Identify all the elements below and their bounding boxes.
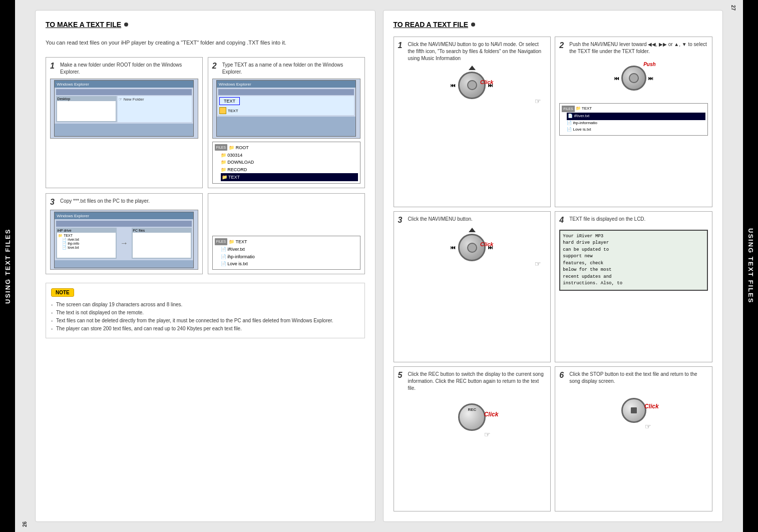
step-3-screenshot-inner: Windows Explorer iHP drive 📁 TEXT 📄 rive…	[54, 212, 194, 268]
step-3-screenshot: Windows Explorer iHP drive 📁 TEXT 📄 rive…	[50, 210, 198, 270]
lcd-line-1: Your iRiver MP3	[563, 233, 704, 240]
step2-folder-tree: FILES 📁 TEXT 📄 iRiver.txt 📄 ihp-informat…	[559, 103, 708, 136]
lcd-line-6: below for the most	[563, 267, 704, 274]
read-step-4-header: 4 TEXT file is displayed on the LCD.	[559, 216, 708, 225]
read-step-1-header: 1 Click the NAVI/MENU button to go to NA…	[398, 41, 547, 62]
read-step-6-header: 6 Click the STOP button to exit the text…	[559, 371, 708, 385]
note-header: NOTE	[51, 288, 74, 297]
page-number-right: 27	[728, 0, 743, 532]
step-2-header: 2 Type TEXT as a name of a new folder on…	[212, 62, 360, 76]
note-item-3: Text files can not be deleted directly f…	[51, 317, 359, 325]
step-3-box: 3 Copy ***.txt files on the PC to the pl…	[46, 193, 203, 274]
note-list: The screen can display 19 characters acr…	[51, 301, 359, 333]
right-title: TO READ A TEXT FILE	[394, 21, 713, 29]
step-3-header: 3 Copy ***.txt files on the PC to the pl…	[50, 198, 198, 207]
note-box: NOTE The screen can display 19 character…	[46, 283, 365, 338]
read-step-2-text: Push the NAVI/MENU lever toward ◀◀, ▶▶ o…	[569, 41, 708, 55]
read-step-5-num: 5	[398, 371, 405, 380]
step-1-screenshot: Windows Explorer Desktop ☞ New Folder	[50, 79, 198, 139]
lcd-line-5: features, check	[563, 260, 704, 267]
lcd-line-2: hard drive player	[563, 240, 704, 247]
sidebar-right: USING TEXT FILES	[743, 0, 758, 532]
left-panel: TO MAKE A TEXT FILE You can read text fi…	[35, 10, 375, 522]
lcd-line-4: support new	[563, 253, 704, 260]
read-step-3-text: Click the NAVI/MENU button.	[408, 216, 473, 223]
files-badge: FILES	[215, 144, 227, 151]
step1-player: ⏮ Click ⏭ ☞	[398, 65, 547, 105]
step3-player: ⏮ Click ⏭ ☞	[398, 228, 547, 268]
step-3-result-box: FILES 📁 TEXT 📄 iRiver.txt 📄 ihp-informat…	[208, 193, 365, 274]
main-content: TO MAKE A TEXT FILE You can read text fi…	[30, 0, 728, 532]
lcd-display: Your iRiver MP3 hard drive player can be…	[559, 230, 708, 291]
read-step-2-num: 2	[559, 41, 566, 50]
sidebar-left: USING TEXT FILES	[0, 0, 15, 532]
title-dot	[124, 23, 128, 27]
right-panel: TO READ A TEXT FILE 1 Click the NAVI/MEN…	[383, 10, 723, 522]
read-step-4: 4 TEXT file is displayed on the LCD. You…	[555, 211, 712, 362]
step-2-text: Type TEXT as a name of a new folder on t…	[222, 62, 360, 76]
sidebar-left-text: USING TEXT FILES	[4, 228, 12, 303]
step-1-num: 1	[50, 62, 57, 71]
folder-tree-result: FILES 📁 TEXT 📄 iRiver.txt 📄 ihp-informat…	[212, 236, 360, 270]
step-2-screenshot: Windows Explorer TEXT TEXT	[212, 79, 360, 139]
read-step-3-num: 3	[398, 216, 405, 225]
step-2-box: 2 Type TEXT as a name of a new folder on…	[208, 57, 365, 189]
read-step-6-num: 6	[559, 371, 566, 380]
read-step-5-header: 5 Click the REC button to switch the dis…	[398, 371, 547, 392]
step-1-screenshot-inner: Windows Explorer Desktop ☞ New Folder	[54, 80, 194, 136]
read-step-2: 2 Push the NAVI/MENU lever toward ◀◀, ▶▶…	[555, 37, 712, 207]
page-number-left: 26	[15, 0, 30, 532]
sidebar-right-text: USING TEXT FILES	[747, 228, 754, 303]
step-3-num: 3	[50, 198, 57, 207]
step5-rec: REC Click ☞	[398, 395, 547, 440]
read-step-2-header: 2 Push the NAVI/MENU lever toward ◀◀, ▶▶…	[559, 41, 708, 55]
read-step-4-num: 4	[559, 216, 566, 225]
step2-player: Push ⏮ ⏭	[559, 58, 708, 98]
note-item-2: The text is not displayed on the remote.	[51, 309, 359, 317]
note-item-4: The player can store 200 text files, and…	[51, 325, 359, 333]
lcd-line-8: instructions. Also, to	[563, 280, 704, 287]
read-step-4-text: TEXT file is displayed on the LCD.	[569, 216, 645, 223]
left-title: TO MAKE A TEXT FILE	[46, 21, 365, 29]
folder-tree-step2: FILES 📁 ROOT 📁 030314 📁 DOWNLOAD 📁 RECOR…	[212, 142, 360, 184]
read-step-1-text: Click the NAVI/MENU button to go to NAVI…	[408, 41, 547, 62]
step6-stop: Click ☞	[559, 388, 708, 433]
steps-grid: 1 Make a new folder under ROOT folder on…	[46, 57, 365, 275]
rec-button[interactable]: REC	[458, 403, 486, 431]
read-step-1-num: 1	[398, 41, 405, 50]
note-item-1: The screen can display 19 characters acr…	[51, 301, 359, 309]
read-step-6: 6 Click the STOP button to exit the text…	[555, 366, 712, 511]
read-step-6-text: Click the STOP button to exit the text f…	[569, 371, 708, 385]
step-1-text: Make a new folder under ROOT folder on t…	[60, 62, 198, 76]
intro-text: You can read text files on your iHP play…	[46, 39, 365, 47]
step-3-text: Copy ***.txt files on the PC to the play…	[60, 198, 150, 205]
read-step-3: 3 Click the NAVI/MENU button. ⏮ Click ⏭ …	[394, 211, 551, 362]
rec-label: REC	[468, 407, 476, 412]
step-2-screenshot-inner: Windows Explorer TEXT TEXT	[216, 80, 356, 136]
lcd-line-3: can be updated to	[563, 247, 704, 254]
read-step-5-text: Click the REC button to switch the displ…	[408, 371, 547, 392]
read-steps-grid: 1 Click the NAVI/MENU button to go to NA…	[394, 37, 713, 511]
read-step-5: 5 Click the REC button to switch the dis…	[394, 366, 551, 511]
stop-button[interactable]	[621, 398, 646, 423]
step-2-num: 2	[212, 62, 219, 71]
step-1-header: 1 Make a new folder under ROOT folder on…	[50, 62, 198, 76]
right-title-dot	[471, 23, 475, 27]
step-1-box: 1 Make a new folder under ROOT folder on…	[46, 57, 203, 189]
read-step-1: 1 Click the NAVI/MENU button to go to NA…	[394, 37, 551, 207]
read-step-3-header: 3 Click the NAVI/MENU button.	[398, 216, 547, 225]
lcd-line-7: recent updates and	[563, 274, 704, 281]
